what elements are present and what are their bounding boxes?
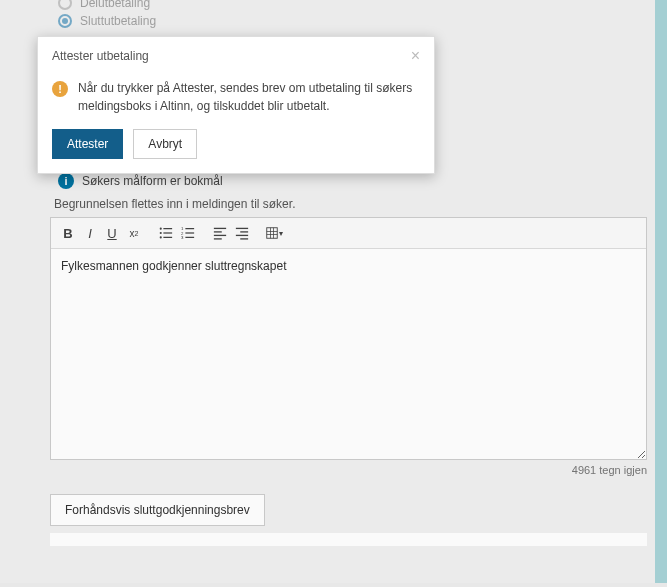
svg-rect-1 xyxy=(163,228,172,229)
radio-icon xyxy=(58,0,72,10)
bullet-list-button[interactable] xyxy=(155,222,177,244)
svg-rect-20 xyxy=(266,228,277,239)
payment-type-radio-group: Delutbetaling Sluttutbetaling xyxy=(58,0,647,28)
radio-partial-payment[interactable]: Delutbetaling xyxy=(58,0,647,10)
svg-rect-11 xyxy=(185,237,194,238)
svg-rect-7 xyxy=(185,228,194,229)
svg-rect-3 xyxy=(163,232,172,233)
radio-icon xyxy=(58,14,72,28)
language-info-text: Søkers målform er bokmål xyxy=(82,174,223,188)
bold-button[interactable]: B xyxy=(57,222,79,244)
table-button[interactable] xyxy=(263,222,285,244)
svg-rect-13 xyxy=(214,231,222,232)
svg-text:3: 3 xyxy=(181,235,184,240)
svg-rect-16 xyxy=(236,228,248,229)
numbered-list-button[interactable]: 123 xyxy=(177,222,199,244)
svg-point-4 xyxy=(160,236,162,238)
modal-body-text: Når du trykker på Attester, sendes brev … xyxy=(78,79,420,115)
svg-rect-19 xyxy=(240,238,248,239)
radio-final-payment[interactable]: Sluttutbetaling xyxy=(58,14,647,28)
rich-text-editor: B I U x2 123 xyxy=(50,217,647,460)
svg-point-0 xyxy=(160,228,162,230)
modal-confirm-button[interactable]: Attester xyxy=(52,129,123,159)
svg-rect-17 xyxy=(240,231,248,232)
underline-button[interactable]: U xyxy=(101,222,123,244)
svg-rect-18 xyxy=(236,235,248,236)
svg-rect-14 xyxy=(214,235,226,236)
close-icon[interactable]: × xyxy=(411,47,420,65)
italic-button[interactable]: I xyxy=(79,222,101,244)
svg-rect-9 xyxy=(185,232,194,233)
preview-letter-button[interactable]: Forhåndsvis sluttgodkjenningsbrev xyxy=(50,494,265,526)
svg-rect-15 xyxy=(214,238,222,239)
radio-label: Sluttutbetaling xyxy=(80,14,156,28)
svg-point-2 xyxy=(160,232,162,234)
help-text: Begrunnelsen flettes inn i meldingen til… xyxy=(54,197,647,211)
svg-rect-5 xyxy=(163,237,172,238)
align-left-button[interactable] xyxy=(209,222,231,244)
align-right-button[interactable] xyxy=(231,222,253,244)
attest-modal: Attester utbetaling × ! Når du trykker p… xyxy=(37,36,435,174)
card-divider xyxy=(50,532,647,546)
language-info: i Søkers målform er bokmål xyxy=(58,173,647,189)
modal-title: Attester utbetaling xyxy=(52,49,149,63)
editor-textarea[interactable]: Fylkesmannen godkjenner sluttregnskapet xyxy=(51,249,646,459)
info-icon: i xyxy=(58,173,74,189)
superscript-button[interactable]: x2 xyxy=(123,222,145,244)
svg-rect-12 xyxy=(214,228,226,229)
modal-cancel-button[interactable]: Avbryt xyxy=(133,129,197,159)
editor-toolbar: B I U x2 123 xyxy=(51,218,646,249)
radio-label: Delutbetaling xyxy=(80,0,150,10)
warning-icon: ! xyxy=(52,81,68,97)
char-count: 4961 tegn igjen xyxy=(50,464,647,476)
